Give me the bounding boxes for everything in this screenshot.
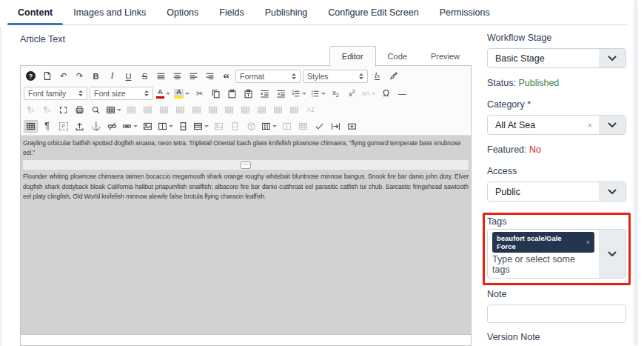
horizontal-rule-icon[interactable]: — [395,87,409,100]
category-value: All At Sea [488,116,588,134]
dropdown-caret-icon [133,125,138,127]
version-note-label: Version Note [487,332,626,342]
unlink-icon[interactable] [105,120,119,133]
tags-input[interactable]: beaufort scale/Gale Force × Type or sele… [487,229,626,279]
module-icon[interactable] [345,120,359,133]
strikethrough-icon[interactable]: S [138,70,152,82]
text-color-icon[interactable]: A [155,87,171,100]
cut-icon[interactable]: ✂ [192,87,207,100]
object-insert-icon [296,120,310,133]
access-select[interactable]: Public [487,182,626,202]
tag-remove-icon[interactable]: × [586,239,590,246]
table-icon[interactable] [105,104,122,116]
print-icon[interactable] [73,104,87,116]
chevron-down-icon[interactable] [599,230,625,278]
columns-3-icon[interactable] [261,120,278,133]
copy-icon[interactable] [209,87,223,100]
align-justify-icon[interactable] [154,70,168,82]
table-toggle-icon[interactable] [24,120,38,133]
undo-icon[interactable]: ↶ [56,70,70,82]
editor-content-area[interactable]: Grayling orbicular batfish spotted dogfi… [21,136,471,334]
italic-icon[interactable]: I [105,70,119,82]
outdent-icon[interactable] [274,87,288,100]
format-select[interactable]: Format [235,70,301,83]
styles-select-label: Styles [307,72,329,81]
readmore-icon[interactable] [329,120,343,133]
page-tabs: ContentImages and LinksOptionsFieldsPubl… [7,0,628,25]
editor-tab-code[interactable]: Code [376,47,419,66]
table-row-properties-icon [141,104,155,116]
show-blocks-icon[interactable]: P [56,120,70,133]
highlight-color-icon[interactable]: A [173,87,190,100]
font-size-select[interactable]: Font size [90,87,153,100]
paste-icon[interactable] [225,87,239,100]
align-center-icon[interactable] [170,70,184,82]
format-painter-icon[interactable] [386,70,400,82]
superscript-icon[interactable]: x2 [345,87,359,100]
special-character-icon[interactable]: Ω [379,87,393,100]
ordered-list-icon[interactable] [290,87,307,100]
tab-fields[interactable]: Fields [209,0,254,24]
table-row-insert-below-icon [189,104,204,116]
tab-configure-edit-screen[interactable]: Configure Edit Screen [318,0,429,24]
paste-as-text-icon[interactable] [241,87,255,100]
bold-icon[interactable]: B [89,70,103,82]
chevron-down-icon [599,116,625,134]
dropdown-caret-icon [302,93,306,95]
align-right-icon[interactable] [203,70,217,82]
clear-icon[interactable]: × [588,116,599,134]
find-replace-icon[interactable] [89,104,103,116]
status-label: Status: [487,78,516,88]
editor-tab-editor[interactable]: Editor [329,46,376,67]
page-scrollbar[interactable] [634,0,638,346]
tag-chip-label: beaufort scale/Gale Force [497,234,583,250]
font-family-select[interactable]: Font family [24,87,87,100]
pagebreak-separator[interactable] [23,160,469,170]
new-document-icon[interactable] [40,70,54,82]
chevron-down-icon [599,49,625,67]
note-field[interactable] [487,305,626,323]
indent-icon[interactable] [258,87,272,100]
paragraph-mark-icon[interactable]: ¶ [40,120,54,133]
table-col-insert-before-icon [222,104,236,116]
fields-icon[interactable] [192,120,209,133]
page-document-icon[interactable] [176,120,190,133]
article-text-label: Article Text [20,34,65,44]
fullscreen-icon[interactable] [56,104,70,116]
workflow-stage-select[interactable]: Basic Stage [487,48,626,68]
upload-icon[interactable] [73,120,87,133]
category-select[interactable]: All At Sea × [487,115,626,135]
article-paragraph-2: Flounder whiting plownose chimaera taime… [23,172,469,202]
tab-publishing[interactable]: Publishing [255,0,318,24]
align-left-icon[interactable] [187,70,201,82]
tag-chip[interactable]: beaufort scale/Gale Force × [492,232,594,253]
box-3d-icon [244,120,258,133]
link-icon[interactable] [121,120,138,133]
direction-ltr-icon: ¶‹ [24,104,38,116]
redo-icon[interactable]: ↷ [73,70,87,82]
tab-permissions[interactable]: Permissions [429,0,500,24]
subscript-icon[interactable]: x2 [329,87,343,100]
styles-select[interactable]: Styles [303,70,368,83]
unordered-list-icon[interactable] [309,87,326,100]
rich-text-editor: ?↶↷BIUS“FormatStylesIxFont familyFont si… [20,65,472,346]
editor-tab-preview[interactable]: Preview [419,47,472,66]
help-icon[interactable]: ? [24,70,38,82]
tags-input-main[interactable]: beaufort scale/Gale Force × Type or sele… [488,230,599,278]
format-select-label: Format [240,72,264,81]
workflow-stage-label: Workflow Stage [487,33,626,43]
anchor-icon[interactable]: ⚓ [89,120,103,133]
blockquote-icon[interactable]: “ [219,70,233,82]
toggle-check-icon[interactable] [312,120,326,133]
dropdown-caret-icon [185,93,189,95]
remove-format-icon[interactable]: Ix [370,70,384,82]
note-label: Note [487,289,626,299]
underline-icon[interactable]: U [121,70,135,82]
tab-options[interactable]: Options [156,0,209,24]
tab-content[interactable]: Content [7,0,63,24]
dropdown-caret-icon [204,125,209,127]
tab-images-and-links[interactable]: Images and Links [63,0,156,24]
featured-value: No [529,144,541,155]
image-icon[interactable] [141,120,155,133]
columns-2-icon[interactable] [157,120,174,133]
